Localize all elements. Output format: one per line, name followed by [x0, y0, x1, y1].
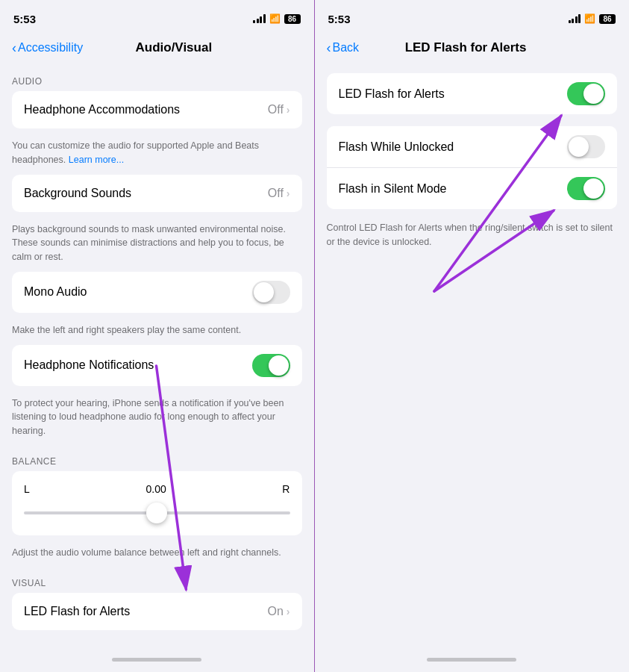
time-left: 5:53 — [13, 13, 36, 25]
slider-track — [24, 511, 290, 514]
chevron-right-icon-bg: › — [287, 187, 290, 199]
bottom-spacer — [0, 636, 314, 647]
headphone-accommodations-group: Headphone Accommodations Off › — [12, 91, 302, 128]
background-sounds-label: Background Sounds — [24, 187, 268, 200]
balance-value: 0.00 — [145, 483, 166, 495]
background-sounds-group: Background Sounds Off › — [12, 175, 302, 212]
left-panel: 5:53 📶 86 ‹ Accessibility Audio/Visual A… — [0, 0, 315, 672]
visual-section-label: VISUAL — [0, 567, 314, 593]
balance-desc: Adjust the audio volume balance between … — [0, 541, 314, 567]
mono-audio-label: Mono Audio — [24, 285, 252, 299]
balance-row: L 0.00 R — [24, 480, 290, 498]
led-flash-label-left: LED Flash for Alerts — [24, 605, 267, 618]
flash-unlocked-thumb — [569, 137, 589, 157]
led-flash-thumb — [583, 84, 604, 104]
status-icons-left: 📶 86 — [253, 13, 301, 24]
mono-audio-group: Mono Audio — [12, 272, 302, 313]
led-flash-main-toggle[interactable] — [567, 82, 605, 105]
flash-unlocked-item: Flash While Unlocked — [327, 126, 618, 168]
battery-right: 86 — [599, 14, 616, 24]
home-indicator-right — [315, 647, 630, 672]
led-flash-item-left[interactable]: LED Flash for Alerts On › — [12, 593, 302, 630]
mono-audio-item: Mono Audio — [12, 272, 302, 313]
signal-icon — [253, 14, 266, 23]
headphone-notifications-desc: To protect your hearing, iPhone sends a … — [0, 392, 314, 446]
audio-section-label: AUDIO — [0, 66, 314, 91]
nav-title-left: Audio/Visual — [46, 40, 301, 55]
top-spacer — [315, 66, 630, 73]
headphone-accommodations-label: Headphone Accommodations — [24, 103, 268, 116]
mono-audio-toggle[interactable] — [252, 281, 290, 304]
left-scroll-content: AUDIO Headphone Accommodations Off › You… — [0, 66, 314, 647]
status-bar-left: 5:53 📶 86 — [0, 0, 314, 33]
status-icons-right: 📶 86 — [569, 13, 616, 24]
chevron-right-icon-led: › — [287, 606, 290, 617]
flash-options-desc: Control LED Flash for Alerts when the ri… — [315, 215, 630, 257]
background-sounds-desc: Plays background sounds to mask unwanted… — [0, 218, 314, 272]
balance-group: L 0.00 R — [12, 471, 302, 535]
nav-bar-left: ‹ Accessibility Audio/Visual — [0, 33, 314, 66]
background-sounds-value: Off — [268, 187, 284, 200]
right-scroll-content: LED Flash for Alerts Flash While Unlocke… — [315, 66, 630, 647]
balance-l-label: L — [24, 483, 30, 495]
balance-section-label: BALANCE — [0, 446, 314, 471]
right-panel: 5:53 📶 86 ‹ Back LED Flash for Alerts LE… — [315, 0, 630, 672]
battery-left: 86 — [284, 14, 301, 24]
signal-icon-right — [569, 14, 581, 23]
toggle-thumb — [254, 282, 274, 302]
flash-unlocked-toggle[interactable] — [567, 135, 605, 158]
headphone-notifications-toggle[interactable] — [252, 354, 290, 377]
flash-silent-item: Flash in Silent Mode — [327, 168, 618, 209]
led-flash-group-left: LED Flash for Alerts On › — [12, 593, 302, 630]
slider-thumb[interactable] — [146, 503, 167, 523]
headphone-notifications-label: Headphone Notifications — [24, 358, 252, 372]
background-sounds-item[interactable]: Background Sounds Off › — [12, 175, 302, 212]
led-flash-value-left: On — [267, 605, 283, 618]
balance-item: L 0.00 R — [12, 471, 302, 535]
chevron-left-icon: ‹ — [12, 41, 16, 55]
status-bar-right: 5:53 📶 86 — [315, 0, 630, 33]
flash-options-group: Flash While Unlocked Flash in Silent Mod… — [327, 126, 618, 209]
headphone-accommodations-item[interactable]: Headphone Accommodations Off › — [12, 91, 302, 128]
home-indicator-left — [0, 647, 314, 672]
wifi-icon: 📶 — [269, 13, 281, 24]
nav-bar-right: ‹ Back LED Flash for Alerts — [315, 33, 630, 66]
balance-slider[interactable] — [24, 503, 290, 523]
led-flash-main-label: LED Flash for Alerts — [339, 87, 568, 101]
flash-unlocked-label: Flash While Unlocked — [339, 140, 568, 154]
flash-silent-label: Flash in Silent Mode — [339, 182, 568, 196]
balance-r-label: R — [282, 483, 290, 495]
led-flash-main-group: LED Flash for Alerts — [327, 73, 618, 114]
led-flash-main-item: LED Flash for Alerts — [327, 73, 618, 114]
wifi-icon-right: 📶 — [584, 13, 595, 24]
learn-more-link[interactable]: Learn more... — [69, 155, 124, 165]
time-right: 5:53 — [328, 13, 351, 25]
mono-audio-desc: Make the left and right speakers play th… — [0, 319, 314, 345]
chevron-right-icon: › — [287, 104, 290, 116]
flash-silent-toggle[interactable] — [567, 177, 605, 200]
flash-silent-thumb — [583, 178, 604, 199]
headphone-accommodations-value: Off — [268, 103, 284, 116]
nav-title-right: LED Flash for Alerts — [315, 40, 618, 55]
gap1 — [315, 120, 630, 126]
headphone-notifications-group: Headphone Notifications — [12, 345, 302, 386]
home-bar-right — [427, 658, 516, 662]
headphone-accommodations-desc: You can customize the audio for supporte… — [0, 134, 314, 175]
home-bar-left — [112, 658, 201, 662]
toggle-thumb-notif — [269, 355, 289, 376]
headphone-notifications-item: Headphone Notifications — [12, 345, 302, 386]
